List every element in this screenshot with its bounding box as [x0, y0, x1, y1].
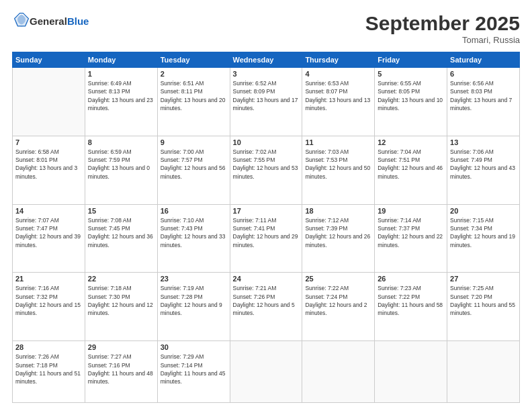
day-number: 25 — [305, 275, 371, 283]
day-number: 26 — [378, 275, 444, 283]
cell-info: Sunrise: 6:56 AMSunset: 8:03 PMDaylight:… — [450, 79, 517, 112]
col-wednesday: Wednesday — [230, 52, 302, 68]
day-number: 2 — [161, 70, 227, 78]
table-row: 27Sunrise: 7:25 AMSunset: 7:20 PMDayligh… — [447, 273, 520, 341]
cell-info: Sunrise: 6:59 AMSunset: 7:59 PMDaylight:… — [88, 148, 154, 181]
table-row: 13Sunrise: 7:06 AMSunset: 7:49 PMDayligh… — [447, 136, 520, 204]
cell-info: Sunrise: 7:29 AMSunset: 7:14 PMDaylight:… — [161, 353, 227, 385]
table-row: 1Sunrise: 6:49 AMSunset: 8:13 PMDaylight… — [85, 68, 157, 136]
location: Tomari, Russia — [365, 35, 520, 45]
cell-info: Sunrise: 7:14 AMSunset: 7:37 PMDaylight:… — [378, 216, 444, 249]
col-monday: Monday — [85, 52, 157, 68]
cell-info: Sunrise: 6:49 AMSunset: 8:13 PMDaylight:… — [88, 79, 154, 112]
cell-info: Sunrise: 7:16 AMSunset: 7:32 PMDaylight:… — [15, 284, 82, 317]
header: GeneralBlue September 2025 Tomari, Russi… — [12, 12, 520, 45]
logo-text: GeneralBlue — [30, 15, 89, 28]
cell-info: Sunrise: 7:25 AMSunset: 7:20 PMDaylight:… — [450, 284, 517, 317]
cell-info: Sunrise: 7:07 AMSunset: 7:47 PMDaylight:… — [15, 216, 82, 249]
month-title: September 2025 — [365, 12, 520, 35]
cell-info: Sunrise: 7:08 AMSunset: 7:45 PMDaylight:… — [88, 216, 154, 249]
day-number: 6 — [450, 70, 517, 78]
table-row: 23Sunrise: 7:19 AMSunset: 7:28 PMDayligh… — [157, 273, 230, 341]
day-number: 17 — [233, 207, 300, 215]
table-row: 2Sunrise: 6:51 AMSunset: 8:11 PMDaylight… — [157, 68, 230, 136]
table-row: 3Sunrise: 6:52 AMSunset: 8:09 PMDaylight… — [230, 68, 302, 136]
day-number: 16 — [161, 207, 227, 215]
table-row: 25Sunrise: 7:22 AMSunset: 7:24 PMDayligh… — [302, 273, 375, 341]
day-number: 4 — [305, 70, 371, 78]
day-number: 9 — [161, 138, 227, 146]
day-number: 14 — [15, 207, 82, 215]
cell-info: Sunrise: 7:26 AMSunset: 7:18 PMDaylight:… — [15, 353, 82, 385]
table-row: 12Sunrise: 7:04 AMSunset: 7:51 PMDayligh… — [375, 136, 447, 204]
cell-info: Sunrise: 7:04 AMSunset: 7:51 PMDaylight:… — [378, 148, 444, 181]
day-number: 13 — [450, 138, 517, 146]
cell-info: Sunrise: 7:06 AMSunset: 7:49 PMDaylight:… — [450, 148, 517, 181]
table-row: 30Sunrise: 7:29 AMSunset: 7:14 PMDayligh… — [157, 341, 230, 403]
cell-info: Sunrise: 6:53 AMSunset: 8:07 PMDaylight:… — [305, 79, 371, 112]
cell-info: Sunrise: 7:21 AMSunset: 7:26 PMDaylight:… — [233, 284, 300, 317]
table-row: 22Sunrise: 7:18 AMSunset: 7:30 PMDayligh… — [85, 273, 157, 341]
cell-info: Sunrise: 7:18 AMSunset: 7:30 PMDaylight:… — [88, 284, 154, 317]
logo-icon — [13, 12, 30, 28]
day-number: 15 — [88, 207, 154, 215]
table-row: 14Sunrise: 7:07 AMSunset: 7:47 PMDayligh… — [13, 204, 85, 273]
table-row: 24Sunrise: 7:21 AMSunset: 7:26 PMDayligh… — [230, 273, 302, 341]
cell-info: Sunrise: 7:11 AMSunset: 7:41 PMDaylight:… — [233, 216, 300, 249]
cell-info: Sunrise: 7:15 AMSunset: 7:34 PMDaylight:… — [450, 216, 517, 249]
cell-info: Sunrise: 6:58 AMSunset: 8:01 PMDaylight:… — [15, 148, 82, 181]
cell-info: Sunrise: 7:19 AMSunset: 7:28 PMDaylight:… — [161, 284, 227, 317]
col-saturday: Saturday — [447, 52, 520, 68]
cell-info: Sunrise: 7:23 AMSunset: 7:22 PMDaylight:… — [378, 284, 444, 317]
table-row: 11Sunrise: 7:03 AMSunset: 7:53 PMDayligh… — [302, 136, 375, 204]
cell-info: Sunrise: 7:02 AMSunset: 7:55 PMDaylight:… — [233, 148, 300, 181]
table-row: 17Sunrise: 7:11 AMSunset: 7:41 PMDayligh… — [230, 204, 302, 273]
table-row: 6Sunrise: 6:56 AMSunset: 8:03 PMDaylight… — [447, 68, 520, 136]
col-friday: Friday — [375, 52, 447, 68]
table-row: 29Sunrise: 7:27 AMSunset: 7:16 PMDayligh… — [85, 341, 157, 403]
cell-info: Sunrise: 6:52 AMSunset: 8:09 PMDaylight:… — [233, 79, 300, 112]
table-row: 4Sunrise: 6:53 AMSunset: 8:07 PMDaylight… — [302, 68, 375, 136]
title-block: September 2025 Tomari, Russia — [365, 12, 520, 45]
day-number: 8 — [88, 138, 154, 146]
day-number: 12 — [378, 138, 444, 146]
day-number: 18 — [305, 207, 371, 215]
day-number: 10 — [233, 138, 300, 146]
day-number: 22 — [88, 275, 154, 283]
table-row: 15Sunrise: 7:08 AMSunset: 7:45 PMDayligh… — [85, 204, 157, 273]
day-number: 23 — [161, 275, 227, 283]
table-row: 9Sunrise: 7:00 AMSunset: 7:57 PMDaylight… — [157, 136, 230, 204]
table-row — [13, 68, 85, 136]
col-tuesday: Tuesday — [157, 52, 230, 68]
cell-info: Sunrise: 7:12 AMSunset: 7:39 PMDaylight:… — [305, 216, 371, 249]
cell-info: Sunrise: 7:00 AMSunset: 7:57 PMDaylight:… — [161, 148, 227, 181]
calendar: Sunday Monday Tuesday Wednesday Thursday… — [12, 52, 520, 403]
table-row: 10Sunrise: 7:02 AMSunset: 7:55 PMDayligh… — [230, 136, 302, 204]
day-number: 11 — [305, 138, 371, 146]
day-number: 3 — [233, 70, 300, 78]
day-number: 27 — [450, 275, 517, 283]
table-row — [302, 341, 375, 403]
table-row: 7Sunrise: 6:58 AMSunset: 8:01 PMDaylight… — [13, 136, 85, 204]
cell-info: Sunrise: 7:27 AMSunset: 7:16 PMDaylight:… — [88, 353, 154, 385]
table-row: 18Sunrise: 7:12 AMSunset: 7:39 PMDayligh… — [302, 204, 375, 273]
logo: GeneralBlue — [12, 12, 89, 31]
cell-info: Sunrise: 7:03 AMSunset: 7:53 PMDaylight:… — [305, 148, 371, 181]
day-number: 30 — [161, 343, 227, 351]
day-number: 21 — [15, 275, 82, 283]
day-number: 1 — [88, 70, 154, 78]
table-row — [447, 341, 520, 403]
cell-info: Sunrise: 7:10 AMSunset: 7:43 PMDaylight:… — [161, 216, 227, 249]
table-row: 28Sunrise: 7:26 AMSunset: 7:18 PMDayligh… — [13, 341, 85, 403]
table-row: 20Sunrise: 7:15 AMSunset: 7:34 PMDayligh… — [447, 204, 520, 273]
table-row: 19Sunrise: 7:14 AMSunset: 7:37 PMDayligh… — [375, 204, 447, 273]
header-row: Sunday Monday Tuesday Wednesday Thursday… — [13, 52, 520, 68]
day-number: 7 — [15, 138, 82, 146]
table-row: 21Sunrise: 7:16 AMSunset: 7:32 PMDayligh… — [13, 273, 85, 341]
table-row: 16Sunrise: 7:10 AMSunset: 7:43 PMDayligh… — [157, 204, 230, 273]
day-number: 5 — [378, 70, 444, 78]
col-thursday: Thursday — [302, 52, 375, 68]
day-number: 29 — [88, 343, 154, 351]
table-row: 26Sunrise: 7:23 AMSunset: 7:22 PMDayligh… — [375, 273, 447, 341]
table-row — [375, 341, 447, 403]
